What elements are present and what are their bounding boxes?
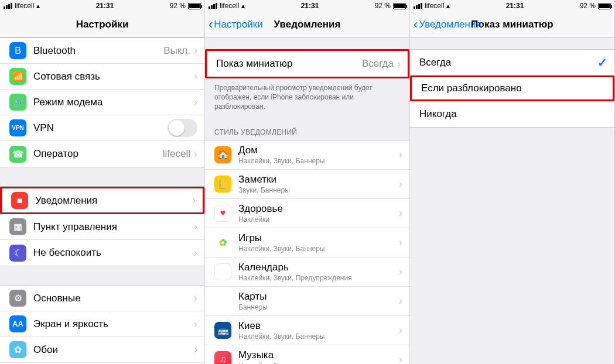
style-header: СТИЛЬ УВЕДОМЛЕНИЙ <box>205 120 409 140</box>
row-режим-модема[interactable]: 🔗Режим модема› <box>0 90 204 115</box>
row-label: Игры <box>238 232 399 244</box>
pane-previews: lifecell ▴ 21:31 92 % ‹ Уведомления Пока… <box>410 0 615 364</box>
preview-group: Показ миниатюр Всегда › <box>205 49 409 78</box>
bluetooth-icon: B <box>9 42 26 59</box>
row-здоровье[interactable]: ♥ЗдоровьеНаклейки› <box>205 199 409 228</box>
row-дом[interactable]: 🏠ДомНаклейки, Звуки, Баннеры› <box>205 140 409 170</box>
row-sublabel: Звуки, Баннеры <box>238 186 399 194</box>
signal-icon <box>209 3 217 9</box>
row-value: Выкл. <box>163 45 190 57</box>
status-time: 21:31 <box>301 2 319 10</box>
row-value: lifecell <box>163 148 190 160</box>
row-игры[interactable]: ✿ИгрыНаклейки, Звуки, Баннеры› <box>205 228 409 257</box>
chevron-right-icon: › <box>192 194 196 207</box>
row-label: Заметки <box>238 174 399 186</box>
checkmark-icon: ✓ <box>597 56 607 70</box>
row-сотовая-связь[interactable]: 📶Сотовая связь› <box>0 64 204 90</box>
chevron-right-icon: › <box>194 318 197 330</box>
row-label: Экран и яркость <box>33 318 194 330</box>
settings-group-1: BBluetoothВыкл.›📶Сотовая связь›🔗Режим мо… <box>0 37 204 167</box>
row-sublabel: Наклейки, Звуки, Баннеры <box>238 332 399 341</box>
wall-icon: ✿ <box>9 341 26 358</box>
chevron-right-icon: › <box>399 266 402 278</box>
row-всегда[interactable]: Всегда✓ <box>410 50 614 75</box>
row-никогда[interactable]: Никогда <box>410 101 614 127</box>
nav-header: Настройки <box>0 12 204 37</box>
toggle[interactable] <box>168 119 197 137</box>
row-не-беспокоить[interactable]: ☾Не беспокоить› <box>0 240 204 266</box>
row-оператор[interactable]: ☎Операторlifecell› <box>0 141 204 167</box>
row-vpn[interactable]: VPNVPN <box>0 115 204 141</box>
row-обои[interactable]: ✿Обои› <box>0 337 204 363</box>
row-value: Всегда <box>362 58 394 70</box>
battery-icon <box>188 3 201 9</box>
row-уведомления[interactable]: ■Уведомления› <box>0 187 204 214</box>
row-label: Если разблокировано <box>421 83 606 94</box>
row-музыка[interactable]: ♫МузыкаНаклейки, Баннеры› <box>205 345 409 364</box>
carrier-label: lifecell <box>15 2 34 10</box>
chevron-right-icon: › <box>399 207 402 219</box>
nav-header: ‹ Настройки Уведомления <box>205 12 409 37</box>
row-sublabel: Наклейки <box>238 215 399 224</box>
chevron-right-icon: › <box>399 236 402 249</box>
chevron-right-icon: › <box>399 149 402 161</box>
row-если-разблокировано[interactable]: Если разблокировано <box>410 75 614 101</box>
battery-pct: 92 % <box>375 2 391 10</box>
row-экран-и-яркость[interactable]: AAЭкран и яркость› <box>0 311 204 337</box>
health-icon: ♥ <box>214 205 231 222</box>
row-label: Уведомления <box>35 195 192 207</box>
row-киев[interactable]: 🚌КиевНаклейки, Звуки, Баннеры› <box>205 316 409 345</box>
chevron-left-icon: ‹ <box>414 18 418 31</box>
settings-group-3: ⚙Основные›AAЭкран и яркость›✿Обои›🔊Звуки… <box>0 285 204 364</box>
status-time: 21:31 <box>506 2 524 10</box>
row-bluetooth[interactable]: BBluetoothВыкл.› <box>0 38 204 64</box>
nav-title: Настройки <box>76 19 129 30</box>
cal-icon: 4 <box>214 263 231 280</box>
status-bar: lifecell ▴ 21:31 92 % <box>0 0 204 12</box>
maps-icon: 🗺 <box>214 293 231 310</box>
vpn-icon: VPN <box>9 119 26 136</box>
chevron-right-icon: › <box>399 353 402 364</box>
row-show-previews[interactable]: Показ миниатюр Всегда › <box>207 51 408 77</box>
battery-icon <box>598 3 611 9</box>
chevron-right-icon: › <box>399 178 402 190</box>
row-label: Календарь <box>238 262 399 273</box>
chevron-right-icon: › <box>399 295 402 307</box>
chevron-right-icon: › <box>194 44 197 57</box>
row-календарь[interactable]: 4КалендарьНаклейки, Звуки, Предупреждени… <box>205 257 409 287</box>
cellular-icon: 📶 <box>9 68 26 85</box>
chevron-right-icon: › <box>194 148 197 160</box>
row-заметки[interactable]: 📒ЗаметкиЗвуки, Баннеры› <box>205 170 409 199</box>
row-label: Киев <box>238 320 399 332</box>
row-пункт-управления[interactable]: ▦Пункт управления› <box>0 214 204 240</box>
kyiv-icon: 🚌 <box>214 322 231 339</box>
notif-icon: ■ <box>11 192 28 209</box>
row-sublabel: Наклейки, Звуки, Баннеры <box>238 245 399 253</box>
row-label: Bluetooth <box>33 45 163 57</box>
row-label: Дом <box>238 145 399 156</box>
home-icon: 🏠 <box>214 146 231 163</box>
row-label: Оператор <box>33 148 163 160</box>
wifi-icon: ▴ <box>446 2 450 10</box>
back-label: Уведомления <box>419 19 481 30</box>
chevron-right-icon: › <box>194 221 197 233</box>
back-button[interactable]: ‹ Настройки <box>209 18 263 31</box>
options-list: Всегда✓Если разблокированоНикогда <box>410 49 614 128</box>
pane-notifications: lifecell ▴ 21:31 92 % ‹ Настройки Уведом… <box>205 0 410 364</box>
pane-settings: lifecell ▴ 21:31 92 % Настройки BBluetoo… <box>0 0 205 364</box>
chevron-right-icon: › <box>194 247 197 259</box>
row-основные[interactable]: ⚙Основные› <box>0 286 204 311</box>
status-bar: lifecell ▴ 21:31 92 % <box>205 0 409 12</box>
battery-icon <box>393 3 406 9</box>
row-sublabel: Баннеры <box>238 303 399 311</box>
row-label: Сотовая связь <box>33 71 194 83</box>
settings-group-2: ■Уведомления›▦Пункт управления›☾Не беспо… <box>0 186 204 266</box>
row-label: Основные <box>33 293 194 304</box>
nav-header: ‹ Уведомления Показ миниатюр <box>410 12 614 37</box>
general-icon: ⚙ <box>9 290 26 307</box>
back-button[interactable]: ‹ Уведомления <box>414 18 481 31</box>
wifi-icon: ▴ <box>241 2 245 10</box>
status-time: 21:31 <box>96 2 114 10</box>
row-label: Режим модема <box>33 97 194 108</box>
row-карты[interactable]: 🗺КартыБаннеры› <box>205 287 409 316</box>
